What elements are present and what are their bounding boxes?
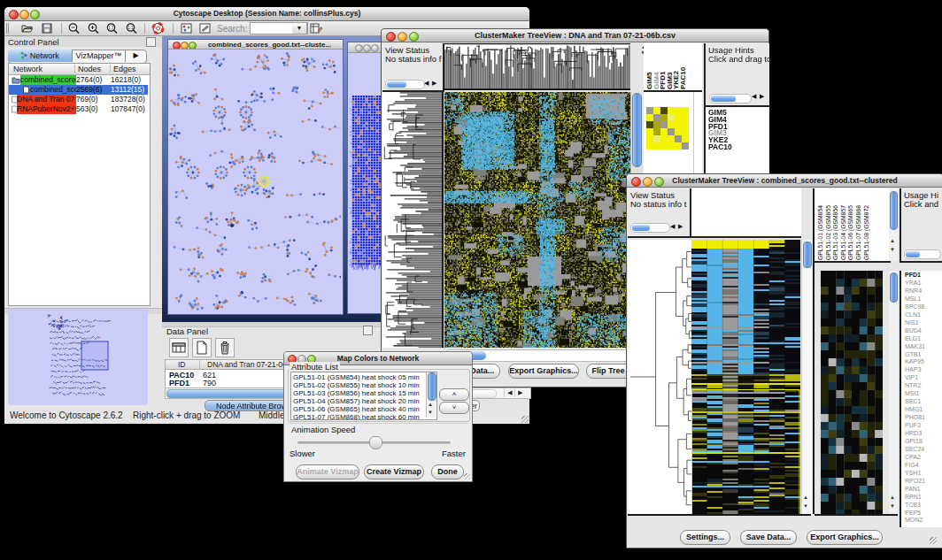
svg-text:1:1: 1:1	[127, 25, 134, 30]
